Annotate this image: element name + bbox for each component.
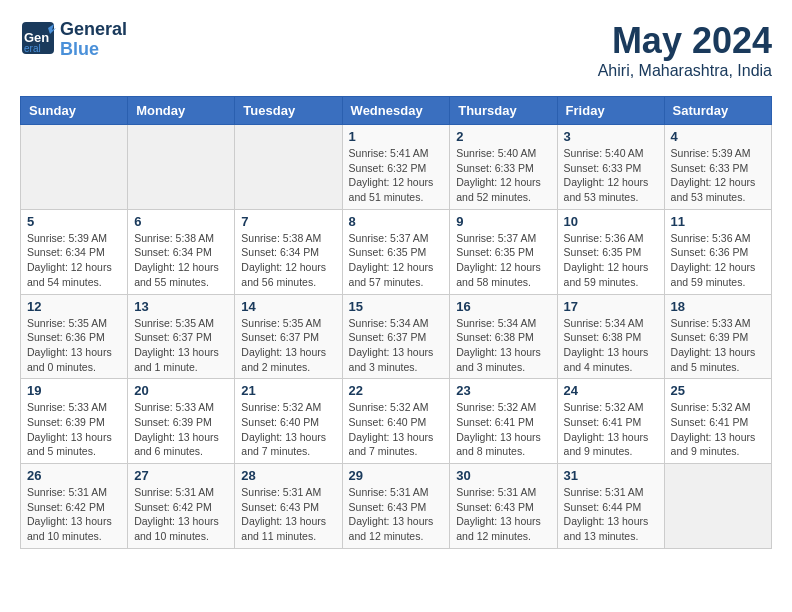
day-info: Sunrise: 5:39 AMSunset: 6:34 PMDaylight:… xyxy=(27,231,121,290)
calendar-cell: 11Sunrise: 5:36 AMSunset: 6:36 PMDayligh… xyxy=(664,209,771,294)
calendar-cell: 7Sunrise: 5:38 AMSunset: 6:34 PMDaylight… xyxy=(235,209,342,294)
calendar-cell: 18Sunrise: 5:33 AMSunset: 6:39 PMDayligh… xyxy=(664,294,771,379)
calendar-cell: 21Sunrise: 5:32 AMSunset: 6:40 PMDayligh… xyxy=(235,379,342,464)
day-number: 19 xyxy=(27,383,121,398)
day-number: 15 xyxy=(349,299,444,314)
day-info: Sunrise: 5:31 AMSunset: 6:42 PMDaylight:… xyxy=(27,485,121,544)
svg-text:eral: eral xyxy=(24,43,41,54)
day-info: Sunrise: 5:33 AMSunset: 6:39 PMDaylight:… xyxy=(134,400,228,459)
day-info: Sunrise: 5:31 AMSunset: 6:43 PMDaylight:… xyxy=(241,485,335,544)
day-number: 29 xyxy=(349,468,444,483)
day-number: 4 xyxy=(671,129,765,144)
calendar-cell xyxy=(664,464,771,549)
day-info: Sunrise: 5:32 AMSunset: 6:40 PMDaylight:… xyxy=(349,400,444,459)
day-number: 8 xyxy=(349,214,444,229)
day-number: 20 xyxy=(134,383,228,398)
calendar-subtitle: Ahiri, Maharashtra, India xyxy=(598,62,772,80)
day-info: Sunrise: 5:34 AMSunset: 6:37 PMDaylight:… xyxy=(349,316,444,375)
calendar-cell xyxy=(21,125,128,210)
day-info: Sunrise: 5:39 AMSunset: 6:33 PMDaylight:… xyxy=(671,146,765,205)
calendar-cell: 13Sunrise: 5:35 AMSunset: 6:37 PMDayligh… xyxy=(128,294,235,379)
weekday-header: Monday xyxy=(128,97,235,125)
calendar-week-row: 26Sunrise: 5:31 AMSunset: 6:42 PMDayligh… xyxy=(21,464,772,549)
day-info: Sunrise: 5:35 AMSunset: 6:37 PMDaylight:… xyxy=(241,316,335,375)
calendar-cell: 15Sunrise: 5:34 AMSunset: 6:37 PMDayligh… xyxy=(342,294,450,379)
day-info: Sunrise: 5:38 AMSunset: 6:34 PMDaylight:… xyxy=(241,231,335,290)
day-number: 1 xyxy=(349,129,444,144)
calendar-cell: 28Sunrise: 5:31 AMSunset: 6:43 PMDayligh… xyxy=(235,464,342,549)
calendar-cell xyxy=(128,125,235,210)
day-info: Sunrise: 5:35 AMSunset: 6:36 PMDaylight:… xyxy=(27,316,121,375)
day-info: Sunrise: 5:40 AMSunset: 6:33 PMDaylight:… xyxy=(564,146,658,205)
day-info: Sunrise: 5:31 AMSunset: 6:43 PMDaylight:… xyxy=(349,485,444,544)
day-number: 27 xyxy=(134,468,228,483)
calendar-table: SundayMondayTuesdayWednesdayThursdayFrid… xyxy=(20,96,772,549)
day-number: 18 xyxy=(671,299,765,314)
day-info: Sunrise: 5:38 AMSunset: 6:34 PMDaylight:… xyxy=(134,231,228,290)
logo: Gen eral General Blue xyxy=(20,20,127,60)
calendar-week-row: 5Sunrise: 5:39 AMSunset: 6:34 PMDaylight… xyxy=(21,209,772,294)
calendar-cell: 27Sunrise: 5:31 AMSunset: 6:42 PMDayligh… xyxy=(128,464,235,549)
day-info: Sunrise: 5:34 AMSunset: 6:38 PMDaylight:… xyxy=(456,316,550,375)
calendar-cell: 16Sunrise: 5:34 AMSunset: 6:38 PMDayligh… xyxy=(450,294,557,379)
calendar-cell: 23Sunrise: 5:32 AMSunset: 6:41 PMDayligh… xyxy=(450,379,557,464)
day-number: 10 xyxy=(564,214,658,229)
calendar-cell: 10Sunrise: 5:36 AMSunset: 6:35 PMDayligh… xyxy=(557,209,664,294)
calendar-cell: 24Sunrise: 5:32 AMSunset: 6:41 PMDayligh… xyxy=(557,379,664,464)
day-number: 9 xyxy=(456,214,550,229)
weekday-header: Saturday xyxy=(664,97,771,125)
logo-blue: Blue xyxy=(60,40,127,60)
calendar-cell: 17Sunrise: 5:34 AMSunset: 6:38 PMDayligh… xyxy=(557,294,664,379)
calendar-cell: 9Sunrise: 5:37 AMSunset: 6:35 PMDaylight… xyxy=(450,209,557,294)
logo-icon: Gen eral xyxy=(20,20,56,60)
calendar-week-row: 1Sunrise: 5:41 AMSunset: 6:32 PMDaylight… xyxy=(21,125,772,210)
day-info: Sunrise: 5:34 AMSunset: 6:38 PMDaylight:… xyxy=(564,316,658,375)
day-info: Sunrise: 5:32 AMSunset: 6:41 PMDaylight:… xyxy=(456,400,550,459)
day-number: 14 xyxy=(241,299,335,314)
calendar-cell: 26Sunrise: 5:31 AMSunset: 6:42 PMDayligh… xyxy=(21,464,128,549)
calendar-title: May 2024 xyxy=(598,20,772,62)
calendar-cell xyxy=(235,125,342,210)
calendar-week-row: 12Sunrise: 5:35 AMSunset: 6:36 PMDayligh… xyxy=(21,294,772,379)
calendar-cell: 5Sunrise: 5:39 AMSunset: 6:34 PMDaylight… xyxy=(21,209,128,294)
day-info: Sunrise: 5:33 AMSunset: 6:39 PMDaylight:… xyxy=(27,400,121,459)
day-info: Sunrise: 5:36 AMSunset: 6:35 PMDaylight:… xyxy=(564,231,658,290)
title-block: May 2024 Ahiri, Maharashtra, India xyxy=(598,20,772,80)
day-number: 23 xyxy=(456,383,550,398)
day-info: Sunrise: 5:31 AMSunset: 6:43 PMDaylight:… xyxy=(456,485,550,544)
calendar-cell: 12Sunrise: 5:35 AMSunset: 6:36 PMDayligh… xyxy=(21,294,128,379)
day-number: 17 xyxy=(564,299,658,314)
day-number: 26 xyxy=(27,468,121,483)
day-number: 25 xyxy=(671,383,765,398)
calendar-cell: 3Sunrise: 5:40 AMSunset: 6:33 PMDaylight… xyxy=(557,125,664,210)
calendar-cell: 4Sunrise: 5:39 AMSunset: 6:33 PMDaylight… xyxy=(664,125,771,210)
day-number: 7 xyxy=(241,214,335,229)
day-info: Sunrise: 5:40 AMSunset: 6:33 PMDaylight:… xyxy=(456,146,550,205)
weekday-header: Sunday xyxy=(21,97,128,125)
calendar-cell: 22Sunrise: 5:32 AMSunset: 6:40 PMDayligh… xyxy=(342,379,450,464)
calendar-week-row: 19Sunrise: 5:33 AMSunset: 6:39 PMDayligh… xyxy=(21,379,772,464)
day-number: 3 xyxy=(564,129,658,144)
day-number: 12 xyxy=(27,299,121,314)
day-number: 6 xyxy=(134,214,228,229)
weekday-header-row: SundayMondayTuesdayWednesdayThursdayFrid… xyxy=(21,97,772,125)
calendar-cell: 25Sunrise: 5:32 AMSunset: 6:41 PMDayligh… xyxy=(664,379,771,464)
calendar-cell: 19Sunrise: 5:33 AMSunset: 6:39 PMDayligh… xyxy=(21,379,128,464)
day-number: 31 xyxy=(564,468,658,483)
calendar-cell: 31Sunrise: 5:31 AMSunset: 6:44 PMDayligh… xyxy=(557,464,664,549)
calendar-cell: 2Sunrise: 5:40 AMSunset: 6:33 PMDaylight… xyxy=(450,125,557,210)
calendar-cell: 1Sunrise: 5:41 AMSunset: 6:32 PMDaylight… xyxy=(342,125,450,210)
day-info: Sunrise: 5:31 AMSunset: 6:42 PMDaylight:… xyxy=(134,485,228,544)
day-info: Sunrise: 5:32 AMSunset: 6:41 PMDaylight:… xyxy=(671,400,765,459)
day-number: 22 xyxy=(349,383,444,398)
day-info: Sunrise: 5:37 AMSunset: 6:35 PMDaylight:… xyxy=(456,231,550,290)
day-number: 5 xyxy=(27,214,121,229)
weekday-header: Wednesday xyxy=(342,97,450,125)
day-info: Sunrise: 5:33 AMSunset: 6:39 PMDaylight:… xyxy=(671,316,765,375)
page-header: Gen eral General Blue May 2024 Ahiri, Ma… xyxy=(20,20,772,80)
weekday-header: Thursday xyxy=(450,97,557,125)
day-info: Sunrise: 5:37 AMSunset: 6:35 PMDaylight:… xyxy=(349,231,444,290)
weekday-header: Friday xyxy=(557,97,664,125)
day-number: 28 xyxy=(241,468,335,483)
day-number: 16 xyxy=(456,299,550,314)
